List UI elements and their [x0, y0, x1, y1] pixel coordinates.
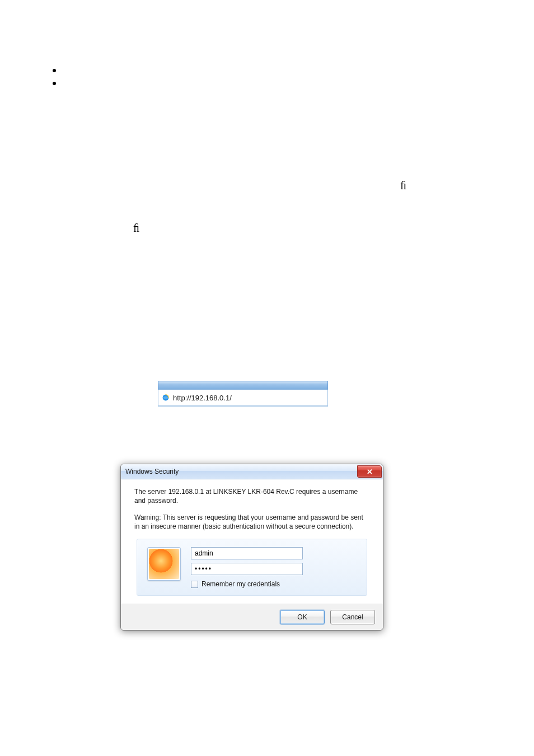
- address-bar-figure: http://192.168.0.1/: [158, 381, 328, 408]
- ok-button-label: OK: [297, 613, 307, 621]
- avatar-image: [149, 549, 179, 579]
- close-icon: ✕: [367, 468, 373, 476]
- cancel-button-label: Cancel: [342, 613, 363, 621]
- ligature-fi: ﬁ: [400, 179, 406, 192]
- credentials-panel: Remember my credentials: [137, 539, 367, 596]
- dialog-footer: OK Cancel: [121, 604, 383, 630]
- ie-icon: [162, 394, 170, 402]
- window-titlebar: [158, 381, 328, 390]
- bullet-item: [53, 82, 56, 85]
- ligature-fi: ﬁ: [133, 222, 139, 235]
- dialog-titlebar[interactable]: Windows Security ✕: [121, 464, 383, 479]
- remember-label: Remember my credentials: [202, 580, 280, 589]
- windows-security-dialog: Windows Security ✕ The server 192.168.0.…: [120, 464, 383, 631]
- address-url: http://192.168.0.1/: [173, 394, 232, 402]
- remember-credentials-row[interactable]: Remember my credentials: [191, 580, 357, 589]
- cancel-button[interactable]: Cancel: [330, 610, 375, 624]
- dialog-message-2: Warning: This server is requesting that …: [134, 513, 369, 531]
- user-avatar: [147, 547, 181, 581]
- dialog-body: The server 192.168.0.1 at LINKSKEY LKR-6…: [121, 479, 383, 604]
- dialog-message-1: The server 192.168.0.1 at LINKSKEY LKR-6…: [134, 487, 369, 505]
- username-input[interactable]: [191, 547, 303, 559]
- bullet-item: [53, 69, 56, 72]
- dialog-title: Windows Security: [125, 468, 179, 475]
- address-field[interactable]: http://192.168.0.1/: [158, 390, 328, 407]
- password-input[interactable]: [191, 563, 303, 575]
- remember-checkbox[interactable]: [191, 581, 198, 588]
- close-button[interactable]: ✕: [357, 465, 382, 478]
- credentials-fields: Remember my credentials: [191, 547, 357, 589]
- ok-button[interactable]: OK: [280, 610, 325, 624]
